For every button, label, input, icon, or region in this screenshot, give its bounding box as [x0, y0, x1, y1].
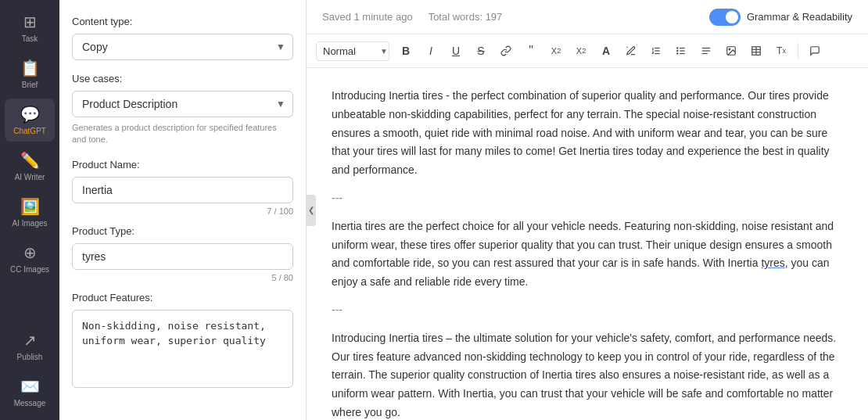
highlight-button[interactable]: [619, 39, 643, 63]
main-area: Saved 1 minute ago Total words: 197 Gram…: [307, 0, 868, 420]
collapse-handle[interactable]: ❮: [307, 195, 316, 226]
separator-2: ---: [332, 301, 843, 320]
strikethrough-button[interactable]: S: [469, 39, 493, 63]
toolbar-divider: [798, 43, 798, 59]
svg-line-0: [627, 47, 628, 48]
brief-icon: 📋: [20, 59, 40, 77]
ai-images-icon: 🖼️: [20, 197, 40, 216]
paragraph-3: Introducing Inertia tires – the ultimate…: [332, 329, 843, 420]
sidebar-item-brief[interactable]: 📋 Brief: [5, 52, 55, 95]
svg-point-7: [677, 48, 678, 48]
align-button[interactable]: [694, 39, 718, 63]
helper-text: Generates a product description for spec…: [72, 122, 293, 146]
word-count-label: Total words: 197: [429, 11, 503, 23]
task-icon: ⊞: [23, 13, 37, 31]
sidebar-item-label: AI Writer: [15, 173, 45, 181]
svg-point-9: [677, 53, 678, 54]
sidebar-item-label: CC Images: [10, 265, 49, 274]
comment-button[interactable]: [803, 39, 827, 63]
paragraph-1: Introducing Inertia tires - the perfect …: [332, 87, 843, 180]
content-type-label: Content type:: [72, 16, 293, 27]
use-case-wrapper: Product Description Landing Page Ad Copy…: [72, 91, 293, 117]
editor-content[interactable]: Introducing Inertia tires - the perfect …: [307, 68, 868, 420]
svg-point-8: [677, 50, 678, 51]
product-features-textarea[interactable]: Non-skidding, noise resistant, uniform w…: [72, 310, 293, 388]
message-icon: ✉️: [20, 377, 40, 396]
sidebar-item-label: Message: [14, 399, 46, 407]
saved-status: Saved 1 minute ago: [322, 11, 413, 23]
svg-point-14: [729, 48, 730, 50]
product-type-label: Product Type:: [72, 225, 293, 237]
sidebar-item-ai-images[interactable]: 🖼️ AI Images: [5, 191, 55, 234]
editor-toolbar: Normal Heading 1 Heading 2 Heading 3 ▼ B…: [307, 34, 868, 68]
link-button[interactable]: [494, 39, 518, 63]
toggle-knob: [726, 11, 738, 23]
chevron-left-icon: ❮: [308, 206, 314, 214]
content-type-select[interactable]: Copy Blog Post Social Media Email: [72, 34, 293, 60]
product-name-char-count: 7 / 100: [72, 206, 293, 216]
left-panel-wrapper: Content type: Copy Blog Post Social Medi…: [59, 0, 307, 420]
italic-button[interactable]: I: [419, 39, 443, 63]
clear-format-button[interactable]: Tx: [769, 39, 793, 63]
chatgpt-icon: 💬: [20, 105, 40, 124]
sidebar-nav: ⊞ Task 📋 Brief 💬 ChatGPT ✏️ AI Writer 🖼️…: [0, 0, 59, 420]
table-button[interactable]: [744, 39, 768, 63]
use-case-select[interactable]: Product Description Landing Page Ad Copy: [72, 91, 293, 117]
image-button[interactable]: [719, 39, 743, 63]
ordered-list-button[interactable]: [644, 39, 668, 63]
sidebar-item-publish[interactable]: ↗ Publish: [5, 325, 55, 368]
font-color-button[interactable]: A: [594, 39, 618, 63]
sidebar-item-label: Task: [22, 34, 38, 43]
product-type-char-count: 5 / 80: [72, 273, 293, 282]
left-panel: Content type: Copy Blog Post Social Medi…: [59, 0, 307, 420]
paragraph-2: Inertia tires are the perfect choice for…: [332, 217, 843, 292]
superscript-button[interactable]: X2: [569, 39, 593, 63]
sidebar-item-label: Brief: [22, 81, 38, 89]
product-name-label: Product Name:: [72, 159, 293, 171]
ai-writer-icon: ✏️: [20, 151, 40, 170]
sidebar-item-label: ChatGPT: [13, 127, 46, 135]
separator-1: ---: [332, 189, 843, 208]
publish-icon: ↗: [23, 331, 37, 350]
format-select-wrapper: Normal Heading 1 Heading 2 Heading 3 ▼: [316, 41, 393, 61]
use-cases-label: Use cases:: [72, 73, 293, 84]
product-name-input[interactable]: [72, 177, 293, 203]
sidebar-item-cc-images[interactable]: ⊕ CC Images: [5, 237, 55, 280]
grammar-toggle[interactable]: [709, 9, 741, 26]
content-type-wrapper: Copy Blog Post Social Media Email ▼: [72, 34, 293, 60]
sidebar-item-label: AI Images: [12, 219, 47, 228]
sidebar-item-ai-writer[interactable]: ✏️ AI Writer: [5, 145, 55, 188]
quote-button[interactable]: ": [519, 39, 543, 63]
grammar-toggle-wrapper: Grammar & Readability: [709, 9, 852, 26]
sidebar-item-message[interactable]: ✉️ Message: [5, 371, 55, 414]
grammar-toggle-label: Grammar & Readability: [747, 11, 852, 23]
underlined-word: tyres: [761, 257, 784, 269]
bold-button[interactable]: B: [394, 39, 418, 63]
underline-button[interactable]: U: [444, 39, 468, 63]
sidebar-item-label: Publish: [17, 353, 43, 361]
cc-images-icon: ⊕: [23, 243, 37, 262]
subscript-button[interactable]: X2: [544, 39, 568, 63]
sidebar-item-task[interactable]: ⊞ Task: [5, 6, 55, 49]
format-select[interactable]: Normal Heading 1 Heading 2 Heading 3: [316, 41, 389, 61]
product-type-input[interactable]: [72, 243, 293, 270]
product-features-label: Product Features:: [72, 292, 293, 303]
unordered-list-button[interactable]: [669, 39, 693, 63]
top-bar: Saved 1 minute ago Total words: 197 Gram…: [307, 0, 868, 34]
sidebar-item-chatgpt[interactable]: 💬 ChatGPT: [5, 99, 55, 142]
